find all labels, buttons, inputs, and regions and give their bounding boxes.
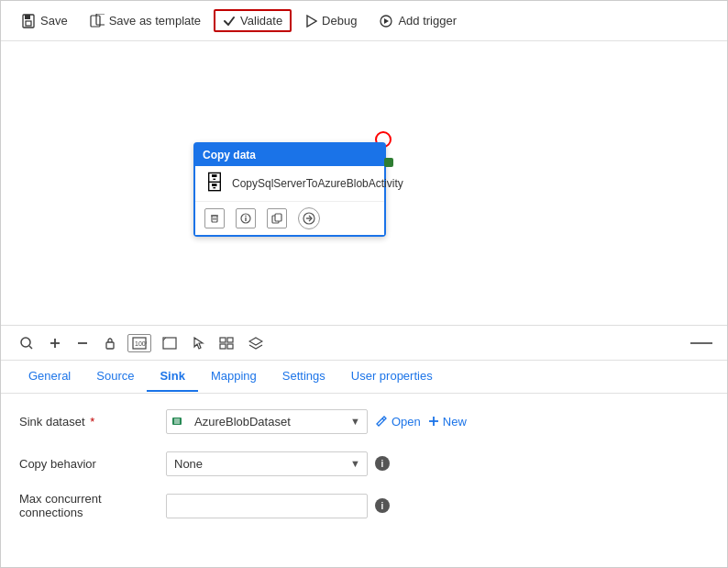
tab-sink[interactable]: Sink: [147, 362, 197, 392]
add-connection-button[interactable]: [298, 207, 320, 229]
svg-marker-31: [249, 338, 262, 345]
copy-behavior-info: i: [375, 456, 390, 471]
copy-behavior-select-wrapper: None FlattenHierarchy MergeFiles Preserv…: [166, 451, 368, 476]
sink-properties: Sink dataset * AzureBlobDataset ▼ Open: [1, 394, 727, 546]
database-icon: 🗄: [204, 173, 225, 194]
debug-icon: [304, 15, 317, 28]
new-label: New: [443, 415, 467, 429]
svg-marker-26: [194, 338, 203, 349]
add-trigger-button[interactable]: Add trigger: [370, 9, 466, 33]
save-button[interactable]: Save: [12, 9, 77, 33]
svg-marker-5: [307, 16, 316, 27]
zoom-out-button[interactable]: [72, 335, 93, 351]
svg-line-18: [29, 346, 32, 349]
validate-icon: [223, 15, 236, 28]
max-concurrent-row: Max concurrent connections i: [19, 491, 709, 520]
lock-button[interactable]: [100, 335, 120, 351]
zoom-toolbar: 100%: [1, 326, 727, 361]
activity-header: Copy data: [195, 144, 384, 166]
validate-label: Validate: [240, 14, 282, 28]
copy-behavior-label: Copy behavior: [19, 457, 166, 471]
debug-label: Debug: [322, 14, 357, 28]
dataset-icon: [171, 414, 188, 429]
svg-point-12: [245, 216, 247, 217]
info-activity-button[interactable]: [236, 208, 256, 228]
save-label: Save: [40, 14, 68, 28]
svg-rect-28: [227, 338, 233, 342]
frame-button[interactable]: [159, 335, 181, 351]
delete-activity-button[interactable]: [204, 208, 225, 228]
copy-data-activity[interactable]: Copy data 🗄 CopySqlServerToAzureBlobActi…: [193, 142, 386, 237]
activity-footer: [195, 201, 384, 235]
sink-dataset-select[interactable]: AzureBlobDataset: [166, 409, 368, 434]
save-icon: [21, 14, 36, 28]
validate-button[interactable]: Validate: [214, 9, 292, 32]
layers-button[interactable]: [245, 335, 267, 351]
tab-settings[interactable]: Settings: [270, 362, 338, 392]
svg-rect-1: [25, 15, 30, 19]
svg-point-17: [21, 338, 30, 347]
fit-screen-button[interactable]: 100%: [127, 334, 151, 352]
svg-rect-27: [220, 338, 226, 342]
select-button[interactable]: [188, 335, 208, 351]
open-label: Open: [392, 415, 421, 429]
arrange-button[interactable]: [215, 335, 237, 351]
svg-rect-2: [26, 21, 31, 26]
max-concurrent-label: Max concurrent connections: [19, 492, 166, 519]
open-dataset-button[interactable]: Open: [375, 415, 421, 429]
edit-icon: [375, 415, 388, 428]
zoom-divider: [690, 342, 712, 344]
tab-source[interactable]: Source: [83, 362, 147, 392]
svg-rect-22: [106, 342, 114, 349]
copy-behavior-row: Copy behavior None FlattenHierarchy Merg…: [19, 449, 709, 478]
debug-button[interactable]: Debug: [295, 9, 366, 32]
save-template-icon: [90, 14, 105, 28]
sink-dataset-control: AzureBlobDataset ▼ Open New: [166, 409, 709, 434]
new-dataset-button[interactable]: New: [428, 415, 467, 429]
tab-mapping[interactable]: Mapping: [198, 362, 270, 392]
svg-rect-14: [275, 214, 281, 221]
svg-rect-30: [227, 344, 233, 349]
trigger-icon: [379, 14, 393, 28]
tab-user-properties[interactable]: User properties: [338, 362, 446, 392]
svg-line-36: [382, 418, 384, 420]
svg-rect-25: [163, 338, 176, 349]
pipeline-canvas[interactable]: Copy data 🗄 CopySqlServerToAzureBlobActi…: [1, 41, 727, 326]
copy-behavior-select[interactable]: None FlattenHierarchy MergeFiles Preserv…: [166, 451, 368, 476]
activity-body: 🗄 CopySqlServerToAzureBlobActivity: [195, 166, 384, 201]
plus-icon: [428, 416, 439, 427]
save-as-template-label: Save as template: [109, 14, 201, 28]
properties-tabs: General Source Sink Mapping Settings Use…: [1, 361, 727, 394]
sink-dataset-label: Sink dataset *: [19, 415, 166, 429]
zoom-in-button[interactable]: [45, 335, 65, 351]
svg-rect-7: [212, 216, 217, 222]
search-canvas-button[interactable]: [16, 334, 38, 352]
svg-text:100%: 100%: [135, 340, 147, 347]
max-concurrent-control: i: [166, 494, 709, 518]
activity-name: CopySqlServerToAzureBlobActivity: [232, 177, 403, 190]
add-trigger-label: Add trigger: [398, 14, 457, 28]
required-marker: *: [87, 415, 95, 429]
max-concurrent-info: i: [375, 498, 390, 513]
save-as-template-button[interactable]: Save as template: [81, 9, 210, 33]
copy-behavior-control: None FlattenHierarchy MergeFiles Preserv…: [166, 451, 709, 476]
main-toolbar: Save Save as template Validate Debug Add…: [1, 1, 727, 41]
tab-general[interactable]: General: [16, 362, 83, 392]
sink-dataset-row: Sink dataset * AzureBlobDataset ▼ Open: [19, 407, 709, 436]
sink-dataset-select-wrapper: AzureBlobDataset ▼: [166, 409, 368, 434]
copy-activity-button[interactable]: [267, 208, 287, 228]
connector-dot: [384, 158, 393, 167]
svg-rect-29: [220, 344, 226, 349]
max-concurrent-input[interactable]: [166, 494, 368, 518]
